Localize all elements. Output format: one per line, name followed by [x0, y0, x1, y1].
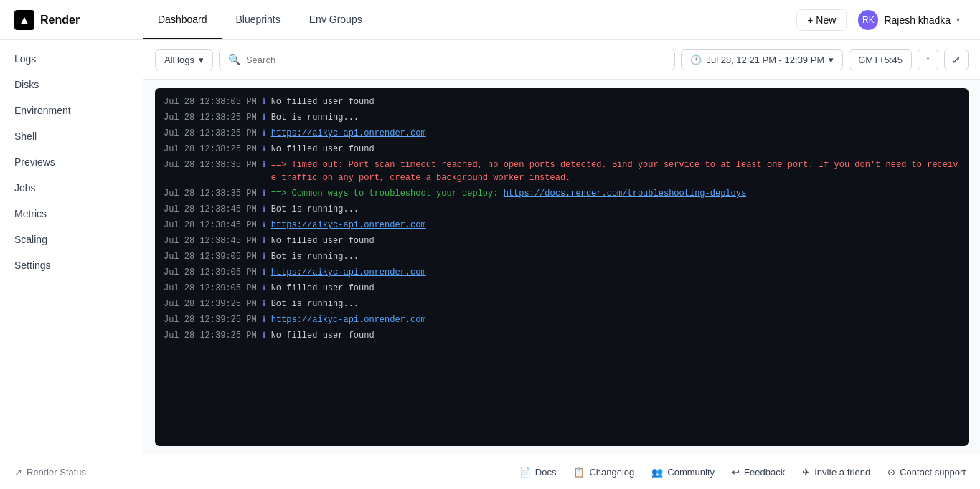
log-type-icon: ℹ — [263, 314, 265, 326]
search-icon: 🔍 — [228, 54, 240, 65]
sidebar-item-logs[interactable]: Logs — [0, 46, 143, 72]
log-message: No filled user found — [271, 95, 374, 108]
sidebar-item-disks[interactable]: Disks — [0, 72, 143, 98]
log-timestamp: Jul 28 12:38:25 PM — [164, 127, 257, 140]
filter-chevron-icon: ▾ — [199, 54, 204, 65]
log-timestamp: Jul 28 12:38:45 PM — [164, 219, 257, 232]
log-line: Jul 28 12:38:45 PMℹhttps://aikyc-api.onr… — [155, 217, 969, 233]
log-line: Jul 28 12:38:45 PMℹBot is running... — [155, 201, 969, 217]
user-name: Rajesh khadka — [884, 14, 951, 26]
log-timestamp: Jul 28 12:39:05 PM — [164, 250, 257, 263]
log-message[interactable]: https://aikyc-api.onrender.com — [271, 313, 426, 326]
footer-feedback[interactable]: ↩ Feedback — [732, 467, 785, 478]
log-type-icon: ℹ — [263, 219, 265, 232]
all-logs-label: All logs — [164, 54, 194, 65]
log-type-icon: ℹ — [263, 188, 265, 200]
nav-dashboard[interactable]: Dashboard — [143, 0, 222, 39]
sidebar-item-jobs[interactable]: Jobs — [0, 175, 143, 201]
footer-docs[interactable]: 📄 Docs — [519, 467, 557, 478]
render-status-label: Render Status — [27, 467, 86, 478]
render-logo-icon: ▲ — [14, 10, 34, 30]
user-area[interactable]: RK Rajesh khadka ▾ — [852, 7, 966, 33]
sidebar-item-scaling[interactable]: Scaling — [0, 227, 143, 252]
log-line: Jul 28 12:39:05 PMℹhttps://aikyc-api.onr… — [155, 265, 969, 280]
log-message[interactable]: https://aikyc-api.onrender.com — [271, 266, 426, 279]
log-message: No filled user found — [271, 234, 374, 247]
up-arrow-icon: ↑ — [925, 54, 930, 65]
footer-community[interactable]: 👥 Community — [651, 467, 715, 478]
logs-filter-button[interactable]: All logs ▾ — [155, 49, 213, 70]
log-type-icon: ℹ — [263, 143, 265, 156]
nav-links: Dashboard Blueprints Env Groups — [143, 0, 782, 39]
log-timestamp: Jul 28 12:38:05 PM — [164, 95, 257, 108]
new-button[interactable]: + New — [796, 9, 847, 31]
log-message: Bot is running... — [271, 250, 359, 263]
expand-icon: ⤢ — [952, 54, 961, 65]
log-line: Jul 28 12:39:25 PMℹBot is running... — [155, 296, 969, 312]
log-line: Jul 28 12:38:05 PMℹNo filled user found — [155, 94, 969, 110]
top-nav: ▲ Render Dashboard Blueprints Env Groups… — [0, 0, 980, 40]
sidebar-item-shell[interactable]: Shell — [0, 123, 143, 149]
content-area: All logs ▾ 🔍 🕐 Jul 28, 12:21 PM - 12:39 … — [143, 40, 980, 455]
main-layout: Logs Disks Environment Shell Previews Jo… — [0, 40, 980, 455]
log-timestamp: Jul 28 12:38:25 PM — [164, 111, 257, 124]
log-message[interactable]: https://aikyc-api.onrender.com — [271, 219, 426, 232]
render-status[interactable]: ↗ Render Status — [14, 467, 86, 478]
sidebar-item-previews[interactable]: Previews — [0, 149, 143, 175]
time-range-button[interactable]: 🕐 Jul 28, 12:21 PM - 12:39 PM ▾ — [681, 49, 843, 70]
footer-contact-support[interactable]: ⊙ Contact support — [887, 467, 966, 478]
log-type-icon: ℹ — [263, 235, 265, 247]
log-timestamp: Jul 28 12:38:45 PM — [164, 234, 257, 247]
footer-invite[interactable]: ✈ Invite a friend — [802, 467, 870, 478]
log-link[interactable]: https://aikyc-api.onrender.com — [271, 220, 426, 230]
log-timestamp: Jul 28 12:38:25 PM — [164, 143, 257, 156]
log-line: Jul 28 12:38:35 PMℹ==> Common ways to tr… — [155, 186, 969, 201]
log-type-icon: ℹ — [263, 128, 265, 140]
nav-env-groups[interactable]: Env Groups — [295, 0, 377, 39]
log-terminal[interactable]: Jul 28 12:38:05 PMℹNo filled user foundJ… — [155, 88, 969, 446]
nav-right: + New RK Rajesh khadka ▾ — [782, 7, 980, 33]
log-type-icon: ℹ — [263, 283, 265, 295]
log-line: Jul 28 12:38:25 PMℹNo filled user found — [155, 141, 969, 157]
log-link[interactable]: https://docs.render.com/troubleshooting-… — [504, 189, 746, 199]
log-line: Jul 28 12:39:25 PMℹNo filled user found — [155, 328, 969, 343]
log-line: Jul 28 12:38:25 PMℹBot is running... — [155, 110, 969, 125]
log-link[interactable]: https://aikyc-api.onrender.com — [271, 315, 426, 325]
log-message: ==> Timed out: Port scan timeout reached… — [271, 158, 960, 184]
log-link[interactable]: https://aikyc-api.onrender.com — [271, 128, 426, 138]
sidebar-item-settings[interactable]: Settings — [0, 252, 143, 278]
log-timestamp: Jul 28 12:39:25 PM — [164, 313, 257, 326]
footer-links: 📄 Docs 📋 Changelog 👥 Community ↩ Feedbac… — [519, 467, 966, 478]
user-avatar: RK — [858, 10, 878, 30]
log-message: No filled user found — [271, 143, 374, 156]
log-link[interactable]: https://aikyc-api.onrender.com — [271, 267, 426, 277]
footer-changelog[interactable]: 📋 Changelog — [573, 467, 634, 478]
community-icon: 👥 — [651, 467, 663, 478]
log-type-icon: ℹ — [263, 112, 265, 124]
log-timestamp: Jul 28 12:38:35 PM — [164, 187, 257, 200]
footer: ↗ Render Status 📄 Docs 📋 Changelog 👥 Com… — [0, 455, 980, 489]
log-line: Jul 28 12:38:35 PMℹ==> Timed out: Port s… — [155, 157, 969, 186]
log-message[interactable]: ==> Common ways to troubleshoot your dep… — [271, 187, 747, 200]
render-logo-text: Render — [40, 14, 80, 27]
support-icon: ⊙ — [887, 467, 895, 478]
feedback-icon: ↩ — [732, 467, 740, 478]
nav-blueprints[interactable]: Blueprints — [222, 0, 295, 39]
changelog-icon: 📋 — [573, 467, 585, 478]
log-message: Bot is running... — [271, 111, 359, 124]
log-type-icon: ℹ — [263, 204, 265, 216]
expand-button[interactable]: ⤢ — [944, 49, 969, 70]
sidebar-item-metrics[interactable]: Metrics — [0, 201, 143, 227]
log-message[interactable]: https://aikyc-api.onrender.com — [271, 127, 426, 140]
log-line: Jul 28 12:38:45 PMℹNo filled user found — [155, 233, 969, 249]
search-input[interactable] — [246, 54, 666, 65]
sidebar-item-environment[interactable]: Environment — [0, 98, 143, 123]
log-timestamp: Jul 28 12:39:05 PM — [164, 266, 257, 279]
time-range-chevron-icon: ▾ — [829, 54, 834, 65]
log-timestamp: Jul 28 12:38:45 PM — [164, 203, 257, 216]
timezone-button[interactable]: GMT+5:45 — [849, 49, 912, 70]
logs-search-box[interactable]: 🔍 — [219, 49, 676, 70]
log-type-icon: ℹ — [263, 251, 265, 263]
logs-toolbar: All logs ▾ 🔍 🕐 Jul 28, 12:21 PM - 12:39 … — [143, 40, 980, 80]
scroll-up-button[interactable]: ↑ — [918, 49, 938, 70]
